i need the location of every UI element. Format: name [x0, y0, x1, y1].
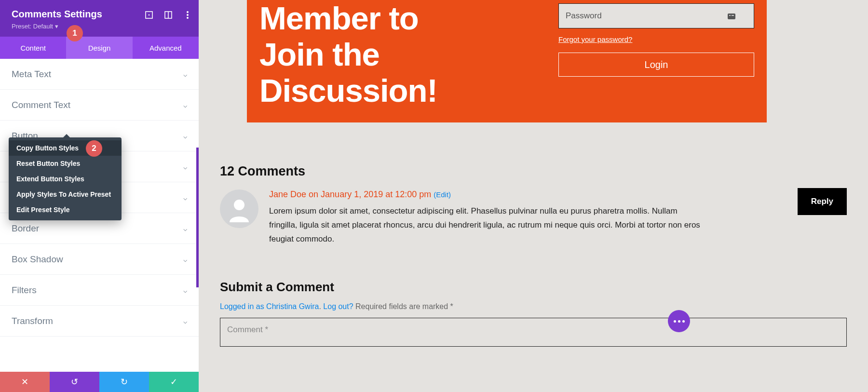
- sidebar-tabs: Content Design Advanced: [0, 37, 199, 59]
- ctx-extend-button-styles[interactable]: Extend Button Styles: [9, 171, 122, 187]
- svg-point-4: [187, 11, 189, 13]
- settings-item-transform[interactable]: Transform⌵: [0, 306, 199, 337]
- chevron-down-icon: ⌵: [183, 194, 187, 202]
- chevron-down-icon: ⌵: [183, 225, 187, 232]
- svg-rect-8: [729, 15, 731, 16]
- comment-author[interactable]: Jane Doe: [269, 189, 306, 199]
- logged-in-link[interactable]: Logged in as Christina Gwira: [220, 302, 319, 311]
- sidebar-header: Comments Settings Preset: Default ▾: [0, 0, 199, 37]
- chevron-down-icon: ⌵: [183, 286, 187, 294]
- chevron-down-icon: ⌵: [183, 70, 187, 78]
- svg-point-1: [149, 14, 150, 16]
- submit-heading: Submit a Comment: [220, 280, 847, 295]
- svg-point-5: [187, 14, 189, 16]
- context-menu: Copy Button Styles Reset Button Styles E…: [9, 137, 122, 220]
- ctx-copy-button-styles[interactable]: Copy Button Styles: [9, 140, 122, 156]
- layout-icon[interactable]: [164, 11, 173, 19]
- hero-text: Member to Join the Discussion!: [259, 0, 558, 110]
- settings-item-comment-text[interactable]: Comment Text⌵: [0, 90, 199, 121]
- comment-textarea[interactable]: [220, 318, 847, 347]
- header-actions: [145, 11, 192, 19]
- chevron-down-icon: ⌵: [183, 101, 187, 109]
- svg-rect-7: [728, 14, 735, 19]
- password-field[interactable]: [558, 3, 754, 28]
- comment-text: Lorem ipsum dolor sit amet, consectetur …: [269, 204, 703, 246]
- cancel-button[interactable]: ✕: [0, 372, 50, 392]
- comments-section: 12 Comments Jane Doe on January 1, 2019 …: [220, 164, 847, 261]
- comment-edit-link[interactable]: (Edit): [434, 190, 451, 199]
- settings-item-meta-text[interactable]: Meta Text⌵: [0, 59, 199, 90]
- svg-point-10: [234, 200, 244, 210]
- tab-advanced[interactable]: Advanced: [133, 37, 199, 59]
- submit-comment-section: Submit a Comment Logged in as Christina …: [220, 280, 847, 349]
- more-icon[interactable]: [183, 11, 192, 19]
- preset-label: Preset: Default: [12, 23, 53, 30]
- svg-rect-9: [732, 15, 734, 16]
- confirm-button[interactable]: ✓: [149, 372, 199, 392]
- annotation-badge-1: 1: [67, 25, 83, 41]
- undo-button[interactable]: ↺: [50, 372, 99, 392]
- chevron-down-icon: ⌵: [183, 132, 187, 140]
- page-preview: Member to Join the Discussion! Forgot yo…: [199, 0, 868, 392]
- password-manager-icon[interactable]: [727, 12, 736, 21]
- floating-action-button[interactable]: [668, 310, 690, 332]
- redo-button[interactable]: ↻: [99, 372, 149, 392]
- hero-title: Member to Join the Discussion!: [259, 0, 558, 108]
- submit-meta: Logged in as Christina Gwira. Log out? R…: [220, 302, 847, 311]
- expand-icon[interactable]: [145, 11, 153, 19]
- svg-point-6: [187, 17, 189, 19]
- ctx-apply-styles-preset[interactable]: Apply Styles To Active Preset: [9, 187, 122, 202]
- annotation-badge-2: 2: [86, 140, 102, 157]
- preset-selector[interactable]: Preset: Default ▾: [12, 23, 187, 30]
- forgot-password-link[interactable]: Forgot your password?: [558, 35, 632, 43]
- hero-section: Member to Join the Discussion! Forgot yo…: [247, 0, 767, 122]
- comment-body: Jane Doe on January 1, 2019 at 12:00 pm …: [269, 189, 847, 246]
- login-button[interactable]: Login: [558, 53, 754, 77]
- caret-down-icon: ▾: [55, 23, 58, 30]
- settings-item-box-shadow[interactable]: Box Shadow⌵: [0, 244, 199, 275]
- login-form: Forgot your password? Login: [558, 0, 754, 110]
- comments-heading: 12 Comments: [220, 164, 847, 179]
- comment-meta: Jane Doe on January 1, 2019 at 12:00 pm …: [269, 189, 847, 200]
- ctx-reset-button-styles[interactable]: Reset Button Styles: [9, 156, 122, 171]
- chevron-down-icon: ⌵: [183, 163, 187, 171]
- logout-link[interactable]: Log out?: [323, 302, 353, 311]
- tab-content[interactable]: Content: [0, 37, 66, 59]
- required-note: Required fields are marked *: [353, 302, 453, 311]
- comment-date: January 1, 2019 at 12:00 pm: [321, 189, 431, 199]
- sidebar-footer: ✕ ↺ ↻ ✓: [0, 372, 199, 392]
- settings-item-filters[interactable]: Filters⌵: [0, 275, 199, 306]
- chevron-down-icon: ⌵: [183, 256, 187, 263]
- reply-button[interactable]: Reply: [798, 188, 847, 215]
- ctx-edit-preset-style[interactable]: Edit Preset Style: [9, 202, 122, 217]
- comment-date-prefix: on: [306, 189, 321, 199]
- dots-icon: [674, 320, 685, 323]
- chevron-down-icon: ⌵: [183, 317, 187, 325]
- avatar: [220, 189, 258, 228]
- comment-item: Jane Doe on January 1, 2019 at 12:00 pm …: [220, 189, 847, 246]
